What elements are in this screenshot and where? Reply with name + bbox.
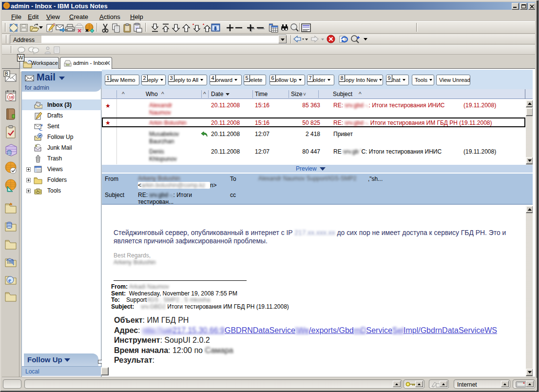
svg-text:18: 18	[9, 95, 13, 99]
svg-text:e: e	[8, 276, 11, 284]
svg-text:B: B	[5, 71, 8, 77]
